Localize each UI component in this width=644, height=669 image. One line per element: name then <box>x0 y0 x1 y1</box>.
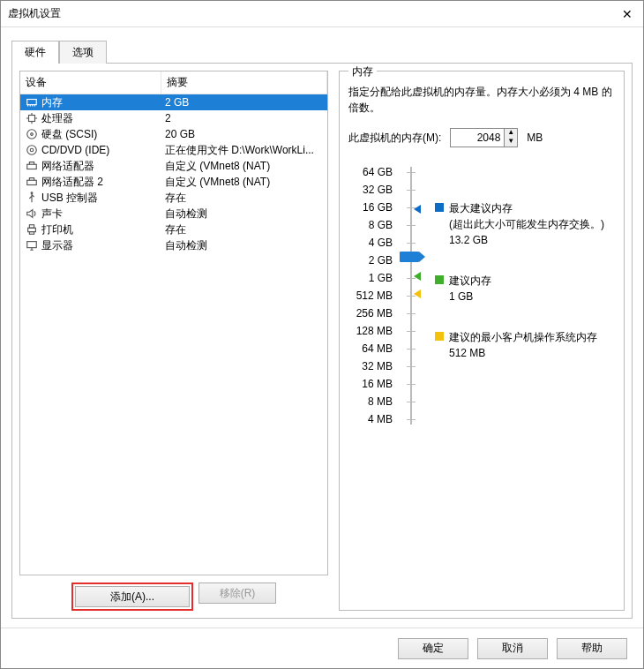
memory-group-label: 内存 <box>348 64 377 79</box>
device-summary: 2 GB <box>165 96 324 109</box>
tick-label: 64 MB <box>348 340 393 357</box>
legend-min: 建议的最小客户机操作系统内存 512 MB <box>435 329 615 361</box>
usb-icon <box>24 191 40 205</box>
tick-label: 16 MB <box>348 375 393 393</box>
window-title: 虚拟机设置 <box>8 6 618 21</box>
device-name: USB 控制器 <box>40 191 165 206</box>
device-summary: 20 GB <box>165 128 324 140</box>
tick-label: 8 MB <box>348 393 393 410</box>
cancel-label: 取消 <box>502 641 523 656</box>
help-label: 帮助 <box>581 641 603 656</box>
device-summary: 自定义 (VMnet8 (NAT) <box>165 175 324 190</box>
tick-label: 64 GB <box>348 163 393 181</box>
tab-options[interactable]: 选项 <box>59 41 107 64</box>
hardware-headers: 设备 摘要 <box>20 71 327 94</box>
disk-icon <box>24 127 40 141</box>
slider-tick-mark <box>407 172 416 173</box>
tick-label: 4 MB <box>348 410 393 428</box>
tick-label: 32 MB <box>348 357 393 375</box>
max-memory-marker-icon <box>414 205 421 214</box>
tick-label: 128 MB <box>348 322 393 340</box>
memory-unit: MB <box>527 132 543 144</box>
legend-rec-title: 建议内存 <box>449 274 491 287</box>
square-green-icon <box>435 275 444 284</box>
tick-label: 2 GB <box>348 252 393 269</box>
ok-label: 确定 <box>423 641 444 656</box>
tab-strip: 硬件 选项 <box>11 40 633 63</box>
svg-point-3 <box>31 133 34 136</box>
hardware-row[interactable]: 处理器2 <box>20 110 327 126</box>
legend-min-title: 建议的最小客户机操作系统内存 <box>449 331 597 343</box>
tick-label: 1 GB <box>348 269 393 287</box>
svg-rect-7 <box>27 180 37 184</box>
memory-icon <box>24 95 40 109</box>
slider-tick-mark <box>407 225 416 226</box>
device-summary: 2 <box>165 112 324 124</box>
slider-tick-mark <box>407 366 416 367</box>
hardware-row[interactable]: 网络适配器 2自定义 (VMnet8 (NAT) <box>20 174 327 190</box>
add-button[interactable]: 添加(A)... <box>75 586 190 607</box>
titlebar: 虚拟机设置 ✕ <box>1 1 643 27</box>
slider-tick-mark <box>407 402 416 402</box>
hardware-row[interactable]: 显示器自动检测 <box>20 237 327 253</box>
device-name: 网络适配器 2 <box>40 175 165 190</box>
close-icon[interactable]: ✕ <box>618 7 636 21</box>
recommended-memory-marker-icon <box>414 272 421 281</box>
add-highlight: 添加(A)... <box>71 583 193 611</box>
hardware-list: 设备 摘要 内存2 GB处理器2硬盘 (SCSI)20 GBCD/DVD (ID… <box>19 71 328 575</box>
hardware-row[interactable]: USB 控制器存在 <box>20 190 327 206</box>
memory-slider-area: 64 GB32 GB16 GB8 GB4 GB2 GB1 GB512 MB256… <box>348 163 615 428</box>
hardware-row[interactable]: 声卡自动检测 <box>20 206 327 222</box>
device-name: 网络适配器 <box>40 159 165 174</box>
square-yellow-icon <box>435 332 444 341</box>
tick-label: 16 GB <box>348 199 393 216</box>
slider-tick-mark <box>407 313 416 314</box>
cancel-button[interactable]: 取消 <box>477 638 548 659</box>
legend-recommended: 建议内存 1 GB <box>435 273 615 304</box>
spinner-down-icon[interactable]: ▼ <box>505 138 517 147</box>
svg-rect-1 <box>29 116 35 122</box>
device-name: 打印机 <box>40 222 165 237</box>
hardware-row[interactable]: 内存2 GB <box>20 94 327 110</box>
legend-rec-val: 1 GB <box>449 290 473 303</box>
legend-max-text: 最大建议内存 (超出此大小可能发生内存交换。) 13.2 GB <box>449 200 604 248</box>
memory-spinner[interactable]: ▲ ▼ <box>450 128 518 147</box>
hardware-row[interactable]: 硬盘 (SCSI)20 GB <box>20 126 327 142</box>
device-name: 硬盘 (SCSI) <box>40 127 165 142</box>
legend-rec-text: 建议内存 1 GB <box>449 273 491 304</box>
slider-thumb[interactable] <box>400 252 419 262</box>
hardware-pane: 设备 摘要 内存2 GB处理器2硬盘 (SCSI)20 GBCD/DVD (ID… <box>19 71 328 611</box>
tick-label: 8 GB <box>348 216 393 234</box>
header-device[interactable]: 设备 <box>20 71 161 94</box>
device-summary: 正在使用文件 D:\Work\WorkLi... <box>165 143 324 158</box>
legend-max-note: (超出此大小可能发生内存交换。) <box>449 218 604 230</box>
add-button-label: 添加(A)... <box>110 590 154 605</box>
help-button[interactable]: 帮助 <box>557 638 627 659</box>
memory-legend: 最大建议内存 (超出此大小可能发生内存交换。) 13.2 GB 建议内存 1 G… <box>430 163 615 428</box>
memory-slider[interactable] <box>398 163 424 428</box>
header-summary[interactable]: 摘要 <box>161 71 327 94</box>
memory-input[interactable] <box>451 129 504 147</box>
tab-hardware[interactable]: 硬件 <box>11 41 59 64</box>
cpu-icon <box>24 111 40 125</box>
slider-tick-mark <box>407 190 416 191</box>
hardware-row[interactable]: 打印机存在 <box>20 222 327 237</box>
device-summary: 存在 <box>165 191 324 206</box>
printer-icon <box>24 222 40 237</box>
svg-rect-9 <box>28 228 36 231</box>
slider-tick-mark <box>407 331 416 332</box>
hardware-row[interactable]: 网络适配器自定义 (VMnet8 (NAT) <box>20 158 327 174</box>
tick-label: 32 GB <box>348 181 393 199</box>
device-name: CD/DVD (IDE) <box>40 144 165 156</box>
svg-point-2 <box>27 130 37 139</box>
square-blue-icon <box>435 203 444 212</box>
svg-rect-0 <box>27 100 37 105</box>
hardware-rows: 内存2 GB处理器2硬盘 (SCSI)20 GBCD/DVD (IDE)正在使用… <box>20 94 327 253</box>
ok-button[interactable]: 确定 <box>398 638 468 659</box>
remove-button[interactable]: 移除(R) <box>198 583 276 604</box>
network-icon <box>24 175 40 189</box>
hardware-row[interactable]: CD/DVD (IDE)正在使用文件 D:\Work\WorkLi... <box>20 142 327 158</box>
svg-point-5 <box>30 148 34 152</box>
tick-label: 4 GB <box>348 234 393 252</box>
memory-input-row: 此虚拟机的内存(M): ▲ ▼ MB <box>348 128 615 147</box>
